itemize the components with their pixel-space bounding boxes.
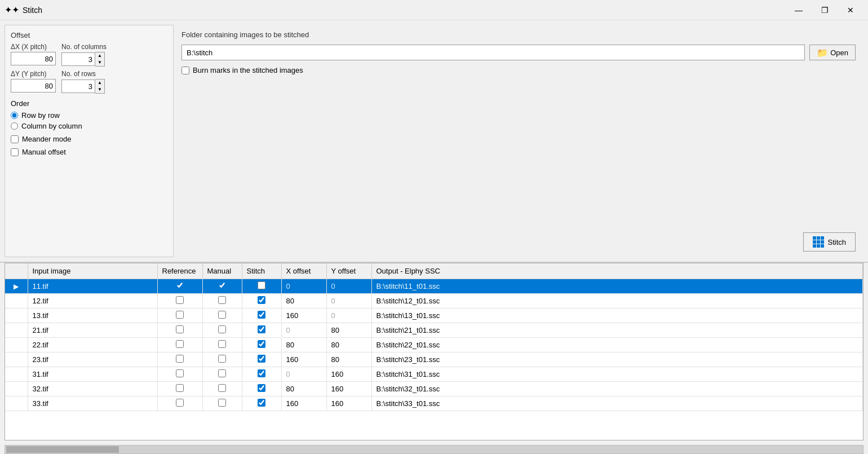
stitch-button[interactable]: Stitch xyxy=(803,232,856,252)
row-arrow xyxy=(5,338,28,352)
row-manual[interactable] xyxy=(202,382,242,396)
stitch-checkbox[interactable] xyxy=(258,340,265,348)
row-manual[interactable] xyxy=(202,338,242,352)
num-rows-spinner: ▲ ▼ xyxy=(95,79,105,94)
manual-checkbox[interactable] xyxy=(218,399,226,407)
num-rows-input-wrap: ▲ ▼ xyxy=(61,79,105,94)
manual-checkbox[interactable] xyxy=(218,325,226,333)
row-arrow xyxy=(5,367,28,382)
row-manual[interactable] xyxy=(202,308,242,323)
manual-checkbox[interactable] xyxy=(218,384,226,392)
reference-checkbox[interactable] xyxy=(176,399,184,407)
stitch-checkbox[interactable] xyxy=(258,384,265,392)
row-stitch[interactable] xyxy=(242,352,281,367)
maximize-button[interactable]: ❐ xyxy=(812,1,838,19)
open-label: Open xyxy=(830,49,848,57)
dx-input[interactable] xyxy=(11,52,56,65)
row-x-offset: 80 xyxy=(281,382,326,396)
reference-checkbox[interactable] xyxy=(176,384,184,392)
stitch-checkbox[interactable] xyxy=(258,325,265,333)
manual-checkbox[interactable] xyxy=(218,369,226,377)
num-rows-down-button[interactable]: ▼ xyxy=(95,86,104,93)
row-manual[interactable] xyxy=(202,352,242,367)
row-reference[interactable] xyxy=(157,352,202,367)
window-title: Stitch xyxy=(23,6,42,15)
open-button[interactable]: 📁 Open xyxy=(809,45,856,60)
row-reference[interactable] xyxy=(157,338,202,352)
row-stitch[interactable] xyxy=(242,308,281,323)
minimize-button[interactable]: — xyxy=(786,1,812,19)
row-stitch[interactable] xyxy=(242,294,281,308)
meander-checkbox[interactable] xyxy=(11,135,19,143)
reference-checkbox[interactable] xyxy=(176,311,184,319)
table-row: 23.tif16080B:\stitch\23_t01.ssc xyxy=(5,352,863,367)
manual-checkbox[interactable] xyxy=(218,281,226,289)
num-cols-input[interactable] xyxy=(61,52,95,66)
row-input-image: 22.tif xyxy=(28,338,157,352)
stitch-checkbox[interactable] xyxy=(258,399,265,407)
num-cols-spinner: ▲ ▼ xyxy=(95,52,105,67)
row-output: B:\stitch\11_t01.ssc xyxy=(371,279,863,294)
table-row: 12.tif800B:\stitch\12_t01.ssc xyxy=(5,294,863,308)
manual-checkbox[interactable] xyxy=(218,355,226,363)
row-stitch[interactable] xyxy=(242,338,281,352)
col-arrow xyxy=(5,263,28,279)
reference-checkbox[interactable] xyxy=(176,325,184,333)
row-reference[interactable] xyxy=(157,323,202,338)
folder-input[interactable] xyxy=(181,45,805,60)
reference-checkbox[interactable] xyxy=(176,296,184,304)
reference-checkbox[interactable] xyxy=(176,340,184,348)
row-manual[interactable] xyxy=(202,323,242,338)
row-manual[interactable] xyxy=(202,279,242,294)
row-stitch[interactable] xyxy=(242,367,281,382)
reference-checkbox[interactable] xyxy=(176,369,184,377)
num-rows-up-button[interactable]: ▲ xyxy=(95,80,104,86)
row-by-row-radio[interactable] xyxy=(11,112,18,119)
num-cols-up-button[interactable]: ▲ xyxy=(95,52,104,59)
row-reference[interactable] xyxy=(157,367,202,382)
stitch-checkbox[interactable] xyxy=(258,311,265,319)
manual-checkbox[interactable] xyxy=(218,296,226,304)
reference-checkbox[interactable] xyxy=(176,355,184,363)
scroll-thumb[interactable] xyxy=(6,446,119,453)
order-section: Order Row by row Column by column xyxy=(11,99,167,130)
row-reference[interactable] xyxy=(157,308,202,323)
row-reference[interactable] xyxy=(157,396,202,411)
dy-input[interactable] xyxy=(11,79,56,92)
app-icon: ✦✦ xyxy=(5,5,19,15)
stitch-checkbox[interactable] xyxy=(258,296,265,304)
burn-checkbox[interactable] xyxy=(181,67,189,74)
reference-checkbox[interactable] xyxy=(176,281,184,289)
stitch-checkbox[interactable] xyxy=(258,369,265,377)
order-label: Order xyxy=(11,99,167,108)
table-row: 33.tif160160B:\stitch\33_t01.ssc xyxy=(5,396,863,411)
col-by-col-option: Column by column xyxy=(11,122,167,130)
manual-checkbox[interactable] xyxy=(218,340,226,348)
bottom-scrollbar[interactable] xyxy=(5,445,863,454)
table-body: ▶11.tif00B:\stitch\11_t01.ssc12.tif800B:… xyxy=(5,279,863,411)
manual-checkbox[interactable] xyxy=(218,311,226,319)
table-panel[interactable]: Input image Reference Manual Stitch X of… xyxy=(5,263,863,440)
row-output: B:\stitch\21_t01.ssc xyxy=(371,323,863,338)
stitch-checkbox[interactable] xyxy=(258,281,265,289)
row-manual[interactable] xyxy=(202,294,242,308)
row-manual[interactable] xyxy=(202,367,242,382)
col-by-col-label: Column by column xyxy=(21,122,82,130)
row-stitch[interactable] xyxy=(242,396,281,411)
row-manual[interactable] xyxy=(202,396,242,411)
table-row: ▶11.tif00B:\stitch\11_t01.ssc xyxy=(5,279,863,294)
col-input-image: Input image xyxy=(28,263,157,279)
row-reference[interactable] xyxy=(157,382,202,396)
row-reference[interactable] xyxy=(157,294,202,308)
stitch-checkbox[interactable] xyxy=(258,355,265,363)
stitch-grid-icon xyxy=(813,236,824,248)
manual-offset-checkbox[interactable] xyxy=(11,148,19,156)
num-cols-down-button[interactable]: ▼ xyxy=(95,59,104,66)
col-by-col-radio[interactable] xyxy=(11,122,18,130)
row-stitch[interactable] xyxy=(242,279,281,294)
row-stitch[interactable] xyxy=(242,323,281,338)
close-button[interactable]: ✕ xyxy=(838,1,863,19)
row-stitch[interactable] xyxy=(242,382,281,396)
num-rows-input[interactable] xyxy=(61,80,95,93)
row-reference[interactable] xyxy=(157,279,202,294)
